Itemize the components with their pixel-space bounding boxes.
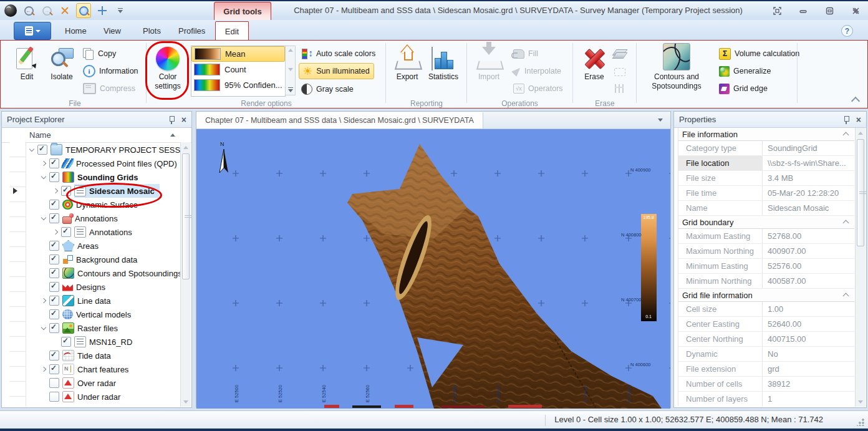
collapse-ribbon-icon[interactable] [851,97,860,105]
checkbox[interactable] [49,241,59,251]
pin-icon[interactable] [168,115,175,124]
pin-icon[interactable] [842,115,850,124]
property-row[interactable]: Minimum Northing400587.00 [678,274,854,289]
checkbox[interactable] [49,378,59,388]
tree-item-line-data[interactable]: Line data [26,294,180,308]
property-row[interactable]: File size3.4 MB [678,171,854,186]
map-view-tab[interactable]: Chapter 07 - Multibeam and SSS data \ Si… [196,112,483,128]
expander-icon[interactable] [39,159,49,168]
checkbox[interactable] [49,254,59,264]
property-row[interactable]: Center Easting52640.00 [678,317,854,332]
checkbox[interactable] [61,227,71,237]
tree-item-tide-data[interactable]: Tide data [26,349,180,362]
section-grid-file-information[interactable]: Grid file information [678,289,854,302]
sun-illuminated-button[interactable]: ☀Sun illuminated [299,63,374,79]
generalize-button[interactable]: Generalize [719,64,771,79]
tree-item-chart-features[interactable]: Chart features [26,362,180,376]
expander-icon[interactable] [39,296,49,306]
map-canvas[interactable]: N 195.8 0.1 N 400900 N 400800 N 400700 N… [196,129,670,409]
minimize-button[interactable] [798,6,808,15]
zoom-extents-icon[interactable] [58,4,72,17]
tree-item-temporary-project-session[interactable]: TEMPORARY PROJECT SESSION [26,143,180,157]
tree-item-raster-files[interactable]: Raster files [26,321,180,335]
close-button[interactable] [851,6,861,15]
scroll-down-icon[interactable] [288,68,293,71]
checkbox[interactable] [49,172,59,182]
colormap-item-mean[interactable]: Mean [191,46,285,62]
checkbox[interactable] [49,158,59,168]
tree-item-dynamic-surface[interactable]: Dynamic Surface [26,198,180,211]
export-button[interactable]: Export [390,43,425,82]
erase-button[interactable]: Erase [577,43,612,82]
tab-view[interactable]: View [94,22,131,40]
checkbox[interactable] [37,145,47,155]
property-row[interactable]: Number of layers1 [678,392,854,406]
gray-scale-button[interactable]: Gray scale [301,82,354,97]
resize-grip[interactable] [857,419,864,426]
section-file-information[interactable]: File information [678,128,854,141]
checkbox[interactable] [49,296,59,306]
tab-plots[interactable]: Plots [133,22,171,40]
isolate-button[interactable]: Isolate [44,43,79,82]
checkbox[interactable] [49,213,59,223]
property-row-selected[interactable]: File location\\sbz-s-fs-win\Share... [678,156,854,171]
expander-icon[interactable] [39,173,49,182]
tree-item-sidescan-mosaic[interactable]: Sidescan Mosaic [26,184,180,198]
information-button[interactable]: iInformation [83,64,138,79]
property-row[interactable]: Maximum Northing400907.00 [678,244,854,259]
tree-item-annotations-group[interactable]: Annotations [26,211,180,225]
expander-icon[interactable] [51,228,60,237]
copy-button[interactable]: Copy [83,46,116,61]
volume-calculation-button[interactable]: ΣVolume calculation [719,46,799,61]
erase-layers-button[interactable] [614,46,625,61]
tree-item-processed-point-files[interactable]: Processed Point files (QPD) [26,157,180,170]
restore-button[interactable] [824,6,834,15]
checkbox[interactable] [49,364,59,374]
tab-home[interactable]: Home [55,22,97,40]
checkbox[interactable] [49,392,59,402]
section-grid-boundary[interactable]: Grid boundary [678,216,854,229]
application-menu-button[interactable] [14,22,51,40]
checkbox[interactable] [61,337,71,347]
tab-profiles[interactable]: Profiles [168,22,215,40]
property-row[interactable]: Number of cells38912 [678,377,854,392]
view-menu-icon[interactable] [658,119,663,122]
toolbar-options-icon[interactable] [113,4,127,17]
checkbox[interactable] [49,200,59,210]
tree-column-header[interactable]: Name [2,128,191,143]
property-row[interactable]: File extensiongrd [678,362,854,377]
tree-item-under-radar[interactable]: Under radar [26,390,180,404]
expander-icon[interactable] [27,145,37,155]
colormap-item-confidence[interactable]: 95% Confiden... [191,77,285,93]
tree-item-msn16-rd[interactable]: MSN16_RD [26,335,180,349]
close-panel-icon[interactable]: × [856,115,861,124]
tree-item-areas[interactable]: Areas [26,239,180,253]
expander-icon[interactable] [39,365,49,374]
zoom-tool-icon[interactable] [76,3,91,18]
expander-icon[interactable] [39,214,49,223]
property-row[interactable]: Maximum Easting52768.00 [678,229,854,244]
scroll-up-icon[interactable] [288,49,293,52]
checkbox[interactable] [49,282,59,292]
property-row[interactable]: DynamicNo [678,347,854,362]
zoom-previous-icon[interactable]: ← [22,4,36,17]
checkbox[interactable] [49,309,59,319]
tree-item-vertical-models[interactable]: Vertical models [26,308,180,321]
close-panel-icon[interactable]: × [181,115,186,124]
app-logo-icon[interactable] [4,4,17,17]
pan-tool-icon[interactable] [95,4,109,17]
auto-scale-colors-button[interactable]: Auto scale colors [301,46,375,61]
property-row[interactable]: Cell size1.00 [678,302,854,317]
property-row[interactable]: File time05-Mar-20 12:28:20 [678,186,854,201]
fullscreen-button[interactable] [772,6,782,15]
checkbox[interactable] [49,268,59,278]
property-row[interactable]: Minimum Easting52576.00 [678,259,854,274]
colormap-item-count[interactable]: Count [191,62,285,77]
tree-item-designs[interactable]: Designs [26,280,180,294]
tree-item-over-radar[interactable]: Over radar [26,376,180,390]
tree-item-annotations[interactable]: Annotations [26,225,180,239]
color-settings-button[interactable]: Color settings [150,43,185,91]
contours-spotsoundings-button[interactable]: Contours and Spotsoundings [642,43,711,91]
tree-item-contours-spotsoundings[interactable]: Contours and Spotsoundings [26,266,180,280]
grid-edge-button[interactable]: Grid edge [719,81,768,96]
